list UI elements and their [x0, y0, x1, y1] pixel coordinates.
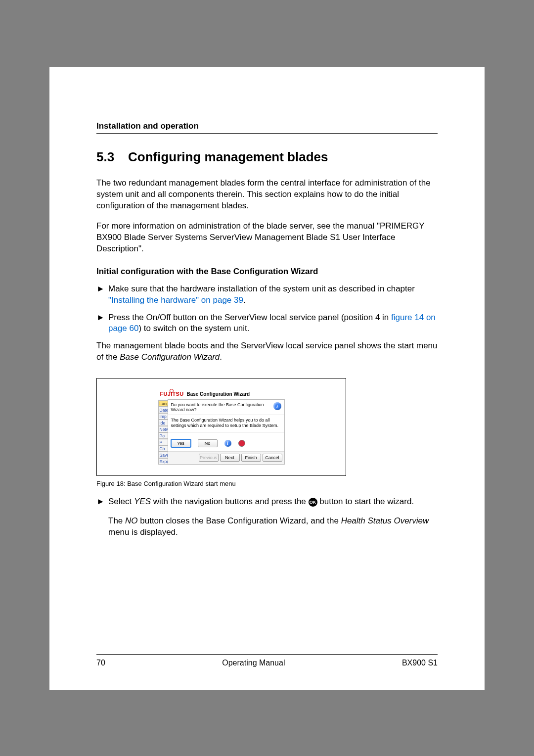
- bullet-2-text-post: ) to switch on the system unit.: [138, 324, 249, 333]
- select-yes-mid: with the navigation buttons and press th…: [153, 497, 309, 506]
- heading-title: Configuring management blades: [128, 149, 328, 164]
- no-para-mid: button closes the Base Configuration Wiz…: [140, 516, 341, 525]
- boot-paragraph: The management blade boots and the Serve…: [96, 340, 438, 363]
- select-yes-em: YES: [134, 497, 151, 506]
- no-para-pre: The: [108, 516, 125, 525]
- no-para-em1: NO: [125, 516, 138, 525]
- boot-para-post: .: [220, 352, 222, 362]
- wizard-panel: FUJITSU Base Configuration Wizard Lang D…: [158, 390, 285, 465]
- fujitsu-logo: FUJITSU: [160, 391, 184, 397]
- finish-button[interactable]: Finish: [241, 454, 261, 462]
- subheading: Initial configuration with the Base Conf…: [96, 267, 438, 277]
- nav-red-icon[interactable]: [238, 440, 245, 447]
- bullet-2-text-pre: Press the On/Off button on the ServerVie…: [108, 313, 391, 322]
- heading-5-3: 5.3Configuring management blades: [96, 149, 438, 165]
- boot-para-wizard-name: Base Configuration Wizard: [120, 352, 220, 362]
- link-installing-hardware[interactable]: "Installing the hardware" on page 39: [108, 295, 243, 305]
- running-header: Installation and operation: [96, 121, 438, 134]
- bullet-marker-icon: ►: [96, 496, 108, 538]
- page: Installation and operation 5.3Configurin…: [49, 67, 485, 690]
- bullet-2: ► Press the On/Off button on the ServerV…: [96, 312, 438, 335]
- bullet-1-text-pre: Make sure that the hardware installation…: [108, 284, 415, 293]
- bullet-3: ► Select YES with the navigation buttons…: [96, 496, 438, 538]
- next-button[interactable]: Next: [220, 454, 240, 462]
- nav-info-icon[interactable]: i: [224, 440, 231, 447]
- bullet-1-text-post: .: [243, 295, 246, 305]
- intro-paragraph: The two redundant management blades form…: [96, 178, 438, 212]
- moreinfo-paragraph: For more information on administration o…: [96, 221, 438, 255]
- bullet-marker-icon: ►: [96, 284, 108, 306]
- cancel-button[interactable]: Cancel: [263, 454, 282, 462]
- figure-caption: Figure 18: Base Configuration Wizard sta…: [96, 480, 236, 487]
- wizard-question: Do you want to execute the Base Configur…: [171, 402, 273, 412]
- wizard-dialog: Do you want to execute the Base Configur…: [168, 399, 285, 465]
- no-button[interactable]: No: [198, 439, 218, 447]
- ok-icon: OK: [309, 498, 317, 507]
- no-para-post: menu is displayed.: [108, 527, 178, 537]
- select-yes-pre: Select: [108, 497, 134, 506]
- wizard-title: Base Configuration Wizard: [186, 391, 250, 397]
- figure-18: FUJITSU Base Configuration Wizard Lang D…: [96, 378, 346, 476]
- bullet-marker-icon: ►: [96, 312, 108, 335]
- heading-number: 5.3: [96, 149, 128, 165]
- footer-center: Operating Manual: [222, 659, 285, 667]
- footer-page-number: 70: [96, 659, 105, 667]
- info-icon[interactable]: i: [273, 402, 281, 410]
- footer-right: BX900 S1: [402, 659, 438, 667]
- page-footer: 70 Operating Manual BX900 S1: [96, 654, 438, 667]
- yes-button[interactable]: Yes: [171, 439, 191, 447]
- no-para-em2: Health Status Overview: [341, 516, 429, 525]
- previous-button[interactable]: Previous: [199, 454, 219, 462]
- wizard-description: The Base Configuration Wizard helps you …: [168, 415, 284, 432]
- select-yes-post: button to start the wizard.: [319, 497, 414, 506]
- bullet-1: ► Make sure that the hardware installati…: [96, 284, 438, 306]
